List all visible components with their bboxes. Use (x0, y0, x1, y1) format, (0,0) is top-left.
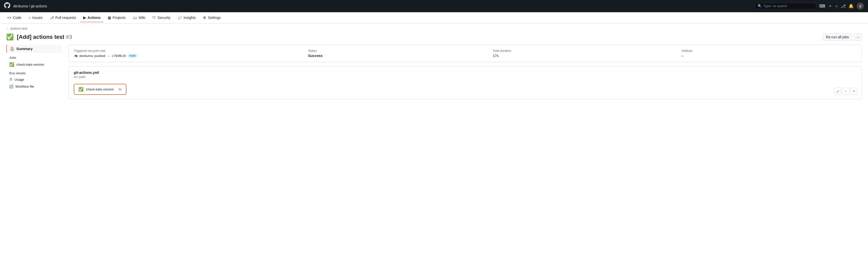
branch-badge[interactable]: main (127, 54, 138, 58)
repo-owner-link[interactable]: devkuma (13, 4, 28, 8)
job-box-duration: 0s (119, 88, 122, 91)
zoom-fit-button[interactable]: ⤢ (834, 88, 841, 95)
home-icon: 🏠 (10, 47, 14, 51)
artifacts-cell: Artifacts – (681, 49, 857, 58)
trigger-label: Triggered via push now (74, 49, 302, 53)
nav-actions[interactable]: ▶ Actions (80, 13, 104, 22)
avatar[interactable]: d (857, 3, 864, 10)
zoom-controls: ⤢ − + (834, 88, 858, 95)
job-box-status-icon: ✅ (79, 87, 84, 92)
zoom-in-button[interactable]: + (850, 88, 858, 95)
page-title-actions: Re-run all jobs ··· (823, 33, 862, 40)
nav-projects[interactable]: ▦ Projects (105, 13, 129, 22)
code-icon: <> (7, 16, 11, 20)
github-logo[interactable] (4, 2, 10, 10)
repo-path: devkuma / git-actions (13, 4, 47, 8)
content-area: Triggered via push now 🦔 devkuma pushed … (68, 45, 862, 99)
repo-name-link[interactable]: git-actions (31, 4, 47, 8)
breadcrumb-link[interactable]: ← actions-test (6, 27, 27, 30)
insights-icon: 📈 (178, 16, 182, 20)
sidebar: 🏠 Summary Jobs ✅ check-bats-version Run … (6, 45, 62, 99)
settings-icon: ⚙ (203, 16, 206, 20)
duration-cell: Total duration 17s (493, 49, 675, 58)
nav-code[interactable]: <> Code (4, 13, 25, 22)
sidebar-run-workflow-file[interactable]: 🔃 Workflow file (6, 83, 62, 90)
actor-name[interactable]: devkuma (80, 54, 93, 58)
run-details-section-label: Run details (6, 68, 62, 76)
artifacts-value: – (681, 54, 857, 58)
nav-issues[interactable]: ○ Issues (26, 13, 46, 22)
workflow-filename: git-actions.yml (74, 70, 857, 75)
workflow-diagram-card: git-actions.yml on: push ✅ check-bats-ve… (68, 66, 862, 99)
trigger-row: 🦔 devkuma pushed → c7b96c0 main (74, 54, 302, 58)
main-layout: 🏠 Summary Jobs ✅ check-bats-version Run … (0, 45, 868, 99)
search-box[interactable]: 🔍 Type / to search (755, 3, 816, 9)
projects-icon: ▦ (108, 16, 111, 20)
jobs-section-label: Jobs (6, 53, 62, 61)
nav-pullrequests[interactable]: ⎇ Pull requests (47, 13, 79, 22)
repo-navbar: <> Code ○ Issues ⎇ Pull requests ▶ Actio… (0, 12, 868, 24)
job-success-icon: ✅ (9, 62, 14, 67)
commit-hash[interactable]: c7b96c0 (112, 54, 126, 58)
nav-settings[interactable]: ⚙ Settings (200, 13, 224, 22)
info-grid: Triggered via push now 🦔 devkuma pushed … (74, 49, 857, 58)
action-label: pushed (94, 54, 105, 58)
path-separator: / (29, 4, 30, 8)
status-cell: Status Success (308, 49, 487, 58)
plus-icon[interactable]: ＋ (828, 3, 832, 9)
more-options-button[interactable]: ··· (854, 33, 862, 40)
run-info-card: Triggered via push now 🦔 devkuma pushed … (68, 45, 862, 62)
sidebar-run-usage[interactable]: ⏱ Usage (6, 76, 62, 83)
nav-security[interactable]: 🛡 Security (149, 13, 174, 22)
rerun-all-jobs-button[interactable]: Re-run all jobs (823, 33, 852, 40)
wiki-icon: 📖 (133, 16, 137, 20)
search-icon: 🔍 (758, 4, 762, 8)
page-title-bar: ✅ [Add] actions test #3 Re-run all jobs … (0, 33, 868, 45)
search-placeholder: Type / to search (763, 4, 787, 8)
nav-wiki[interactable]: 📖 Wiki (130, 13, 148, 22)
actor-icon: 🦔 (74, 54, 78, 58)
actions-play-icon: ▶ (83, 16, 86, 20)
sidebar-item-summary[interactable]: 🏠 Summary (6, 45, 62, 53)
job-box-check-bats-version[interactable]: ✅ check-bats-version 0s (74, 84, 126, 95)
pr-icon: ⎇ (50, 16, 54, 20)
usage-icon: ⏱ (9, 78, 12, 82)
page-title: [Add] actions test #3 (17, 34, 72, 40)
issue-circle-icon[interactable]: ○ (835, 4, 838, 8)
nav-insights[interactable]: 📈 Insights (175, 13, 199, 22)
job-box-label: check-bats-version (86, 87, 114, 91)
sidebar-job-check-bats-version[interactable]: ✅ check-bats-version (6, 61, 62, 68)
pull-request-icon[interactable]: ⎇ (841, 4, 845, 8)
zoom-out-button[interactable]: − (842, 88, 849, 95)
notifications-icon[interactable]: 🔔 (848, 4, 854, 8)
artifacts-label: Artifacts (681, 49, 857, 53)
top-nav-right: 🔍 Type / to search ⌨ ＋ ○ ⎇ 🔔 d (755, 3, 864, 10)
duration-label: Total duration (493, 49, 675, 53)
trigger-cell: Triggered via push now 🦔 devkuma pushed … (74, 49, 302, 58)
status-value: Success (308, 54, 487, 58)
breadcrumb: ← actions-test (0, 24, 868, 33)
workflow-file-icon: 🔃 (9, 85, 13, 88)
security-icon: 🛡 (152, 16, 156, 20)
top-navbar: devkuma / git-actions 🔍 Type / to search… (0, 0, 868, 12)
status-label: Status (308, 49, 487, 53)
run-status-icon: ✅ (6, 33, 14, 40)
arrow-icon: → (107, 54, 110, 58)
terminal-icon[interactable]: ⌨ (819, 4, 825, 8)
duration-value: 17s (493, 54, 675, 58)
workflow-trigger: on: push (74, 75, 857, 79)
issue-icon: ○ (29, 16, 31, 20)
